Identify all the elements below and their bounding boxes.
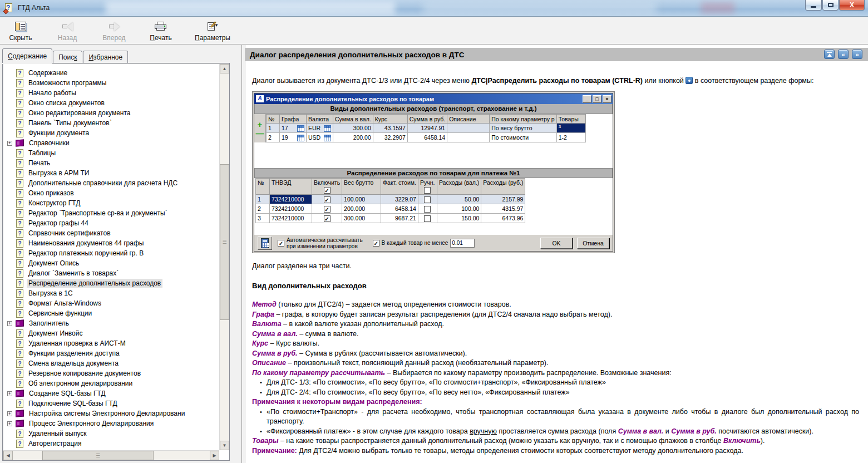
selected-tnved-cell[interactable]: 7324210000 (270, 195, 312, 204)
column-header[interactable]: № (267, 115, 280, 124)
tree-item[interactable]: ?Окно редактирования документа (4, 108, 219, 118)
tree-item[interactable]: ?Содержание (4, 68, 219, 78)
horizontal-scroll-thumb[interactable]: ☰ (42, 451, 154, 460)
dialog-maximize-button[interactable]: □ (593, 95, 601, 103)
expand-icon[interactable]: + (7, 141, 12, 146)
dialog-close-button[interactable]: × (603, 95, 611, 103)
tree-item[interactable]: ?Редактор `Транспортные ср-ва и документ… (4, 208, 219, 218)
column-header-include[interactable]: Включить✓ (312, 179, 342, 195)
lookup-grid-icon[interactable] (324, 135, 331, 141)
table-row[interactable]: 2 19 USD 200.00 32.2907 6458.14 По стоим… (267, 133, 586, 142)
tree-item[interactable]: ?Окно списка документов (4, 98, 219, 108)
back-button[interactable]: Назад (51, 19, 83, 43)
tree-item[interactable]: ?Сервисные функции (4, 308, 219, 318)
ok-button[interactable]: OK (540, 238, 573, 249)
tree-item[interactable]: ?Удаленный выпуск (4, 428, 219, 439)
tree-item[interactable]: +Создание SQL-базы ГТД (4, 388, 219, 398)
tree-item[interactable]: ?Наименования документов 44 графы (4, 238, 219, 248)
tree-item[interactable]: ?Начало работы (4, 88, 219, 98)
tree-item[interactable]: ?Авторегистрация (4, 439, 219, 449)
calculate-button[interactable] (258, 237, 272, 250)
tab-contents[interactable]: Содержание (2, 48, 52, 63)
manual-all-checkbox[interactable] (424, 187, 431, 194)
include-checkbox[interactable]: ✓ (324, 206, 331, 213)
column-header[interactable]: Сумма в руб. (407, 115, 447, 124)
manual-checkbox[interactable] (424, 196, 431, 203)
column-header[interactable]: Расходы (вал.) (437, 179, 481, 195)
tree-item[interactable]: ?Таблицы (4, 148, 219, 158)
tree-item[interactable]: ?Функции документа (4, 128, 219, 138)
hide-button[interactable]: Скрыть (4, 19, 37, 43)
column-header[interactable]: Факт. стоим. (381, 179, 418, 195)
tree-vertical-scrollbar[interactable]: ▲ ☰ ▼ (219, 64, 229, 450)
tree-item[interactable]: ?Удаленная проверка в АИСТ-М (4, 338, 219, 348)
table-row[interactable]: 1 7324210000 ✓ 100.000 3229.07 50.00 215… (256, 195, 525, 204)
expand-icon[interactable]: + (7, 411, 12, 416)
tree-item[interactable]: ?Редактор графы 44 (4, 218, 219, 228)
column-header[interactable]: По какому параметру р (490, 115, 556, 124)
tab-favorites[interactable]: Избранное (83, 51, 128, 63)
tree-item[interactable]: ?Об электронном декларировании (4, 378, 219, 388)
min-value-input[interactable] (450, 239, 475, 248)
scroll-right-button[interactable]: ▶ (210, 451, 219, 460)
tree-item[interactable]: ?Выгрузка в АРМ ТИ (4, 168, 219, 178)
min-per-item-checkbox[interactable]: ✓ (373, 240, 379, 247)
tree-item[interactable]: ?Функции разделения доступа (4, 348, 219, 358)
tree-item[interactable]: ?Окно приказов (4, 188, 219, 198)
auto-recalc-option[interactable]: ✓ Автоматически рассчитыватьпри изменени… (278, 237, 363, 249)
expand-icon[interactable]: + (7, 391, 12, 396)
go-top-button[interactable] (824, 50, 835, 59)
scroll-left-button[interactable]: ◀ (3, 451, 13, 460)
expand-icon[interactable]: + (7, 421, 12, 426)
column-header[interactable]: № (256, 179, 270, 195)
lookup-grid-icon[interactable] (297, 135, 304, 141)
tree-item[interactable]: ?Подключение SQL-базы ГТД (4, 398, 219, 408)
tree-item[interactable]: ?Конструктор ГТД (4, 198, 219, 208)
dialog-minimize-button[interactable]: _ (583, 95, 591, 103)
options-button[interactable]: ▼ Параметры (191, 19, 234, 43)
selected-goods-cell[interactable]: 3 (556, 124, 585, 133)
include-checkbox[interactable]: ✓ (324, 196, 331, 203)
next-topic-button[interactable]: » (852, 50, 862, 59)
tree-item[interactable]: ?Распределение дополнительных расходов (4, 278, 219, 288)
column-header[interactable]: Вес брутто (342, 179, 381, 195)
lookup-grid-icon[interactable] (297, 125, 304, 132)
cancel-button[interactable]: Отмена (577, 238, 609, 249)
expand-icon[interactable]: + (7, 321, 12, 326)
close-button[interactable]: X (839, 0, 865, 11)
column-header[interactable]: Сумма в вал. (333, 115, 373, 124)
print-button[interactable]: Печать (145, 19, 177, 43)
table-row[interactable]: 1 17 EUR 300.00 43.1597 12947.91 По весу… (267, 124, 586, 133)
column-header[interactable]: Графа (280, 115, 307, 124)
manual-checkbox[interactable] (424, 215, 431, 222)
column-header[interactable]: Валюта (307, 115, 333, 124)
lookup-grid-icon[interactable] (324, 125, 331, 132)
include-checkbox[interactable]: ✓ (324, 215, 331, 222)
tree-item[interactable]: ?Редактор платежных поручений гр. В (4, 248, 219, 258)
vertical-scroll-thumb[interactable]: ☰ (220, 164, 229, 320)
tree-item[interactable]: ?Печать (4, 158, 219, 168)
scroll-down-button[interactable]: ▼ (220, 441, 229, 450)
previous-topic-button[interactable]: « (838, 50, 849, 59)
column-header[interactable]: Курс (373, 115, 407, 124)
table-row[interactable]: 2 7324210000 ✓ 200.000 6458.14 100.00 43… (256, 204, 525, 214)
manual-checkbox[interactable] (424, 206, 431, 213)
column-header[interactable]: ТНВЭД (270, 179, 312, 195)
tree-item[interactable]: ?Справочник сертификатов (4, 228, 219, 238)
tree-item[interactable]: +Справочники (4, 138, 219, 148)
tree-item[interactable]: ?Выгрузка в 1С (4, 288, 219, 298)
table-row[interactable]: 3 7324210000 ✓ 300.000 9687.21 150.00 64… (256, 214, 525, 223)
minimize-button[interactable] (805, 0, 822, 11)
maximize-button[interactable] (822, 0, 839, 11)
tab-search[interactable]: Поиск (53, 51, 82, 63)
min-per-item-option[interactable]: ✓ В каждый товар не менее (373, 239, 475, 248)
include-all-checkbox[interactable]: ✓ (324, 187, 331, 194)
tree-item[interactable]: ?Возможности программы (4, 78, 219, 88)
tree-item[interactable]: +Заполнитель (4, 318, 219, 328)
tree-item[interactable]: ?Диалог `Заменить в товарах` (4, 268, 219, 278)
tree-item[interactable]: +Процесс Электронного Декларирования (4, 418, 219, 428)
column-header[interactable]: Описание (447, 115, 490, 124)
column-header-manual[interactable]: Ручн. (418, 179, 437, 195)
scroll-up-button[interactable]: ▲ (220, 64, 229, 73)
auto-recalc-checkbox[interactable]: ✓ (278, 240, 284, 247)
